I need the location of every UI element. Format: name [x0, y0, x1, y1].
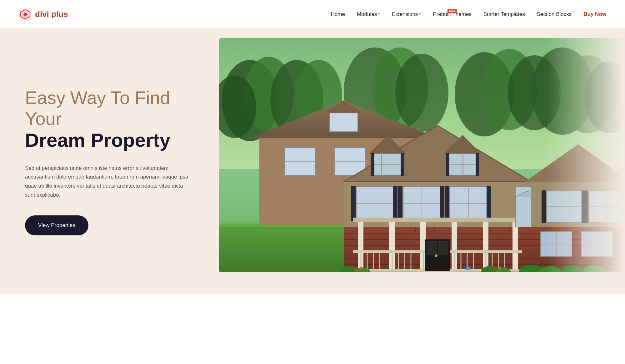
svg-rect-55	[398, 186, 402, 221]
svg-rect-121	[542, 190, 546, 223]
navbar: divi plus Home Modules ▾ Extensions ▾ Ne…	[0, 0, 625, 29]
svg-rect-50	[351, 186, 356, 221]
logo[interactable]: divi plus	[19, 8, 68, 21]
new-badge: New	[448, 9, 457, 13]
svg-point-10	[395, 54, 448, 132]
svg-point-147	[492, 268, 495, 271]
svg-rect-51	[393, 186, 398, 221]
svg-rect-61	[487, 186, 491, 221]
nav-link-starter-templates[interactable]: Starter Templates	[483, 11, 525, 17]
nav-item-modules[interactable]: Modules ▾	[357, 11, 380, 17]
svg-point-148	[498, 267, 502, 270]
svg-point-146	[359, 267, 362, 270]
nav-menu: Home Modules ▾ Extensions ▾ New Prebuilt…	[331, 11, 606, 17]
view-properties-button[interactable]: View Properties	[25, 215, 88, 235]
hero-image-area	[219, 29, 625, 294]
hero-fade-overlay	[547, 29, 625, 294]
modules-arrow-icon: ▾	[378, 12, 380, 16]
logo-text: divi plus	[35, 9, 68, 19]
extensions-arrow-icon: ▾	[419, 12, 421, 16]
nav-link-home[interactable]: Home	[331, 11, 345, 17]
svg-point-1	[24, 13, 27, 16]
hero-content: Easy Way To Find Your Dream Property Sed…	[0, 29, 219, 294]
nav-item-extensions[interactable]: Extensions ▾	[392, 11, 421, 17]
nav-link-modules[interactable]: Modules	[357, 11, 377, 17]
svg-rect-31	[330, 113, 358, 132]
hero-title: Dream Property	[25, 129, 194, 151]
svg-rect-38	[371, 153, 374, 176]
nav-item-prebuilt-themes[interactable]: New Prebuilt Themes	[433, 11, 471, 17]
svg-rect-45	[476, 153, 479, 176]
nav-link-section-blocks[interactable]: Section Blocks	[537, 11, 572, 17]
svg-point-145	[353, 268, 356, 271]
svg-rect-84	[353, 218, 522, 222]
svg-rect-44	[446, 153, 449, 176]
nav-item-starter-templates[interactable]: Starter Templates	[483, 11, 525, 17]
nav-link-buy-now[interactable]: Buy Now	[583, 11, 606, 17]
divi-plus-logo-icon	[19, 8, 32, 21]
svg-rect-108	[427, 241, 437, 254]
nav-item-buy-now[interactable]: Buy Now	[583, 11, 606, 17]
svg-point-110	[435, 254, 438, 257]
nav-link-extensions[interactable]: Extensions	[392, 11, 418, 17]
nav-item-section-blocks[interactable]: Section Blocks	[537, 11, 572, 17]
svg-rect-60	[445, 186, 449, 221]
hero-description: Sed ut perspiciatis unde omnis iste natu…	[25, 164, 194, 200]
nav-item-home[interactable]: Home	[331, 11, 345, 17]
svg-rect-111	[417, 271, 458, 272]
hero-section: Easy Way To Find Your Dream Property Sed…	[0, 29, 625, 294]
svg-point-154	[466, 266, 470, 270]
svg-rect-56	[440, 186, 444, 221]
hero-subtitle: Easy Way To Find Your	[25, 87, 194, 129]
svg-rect-39	[401, 153, 404, 176]
svg-rect-109	[438, 241, 448, 254]
